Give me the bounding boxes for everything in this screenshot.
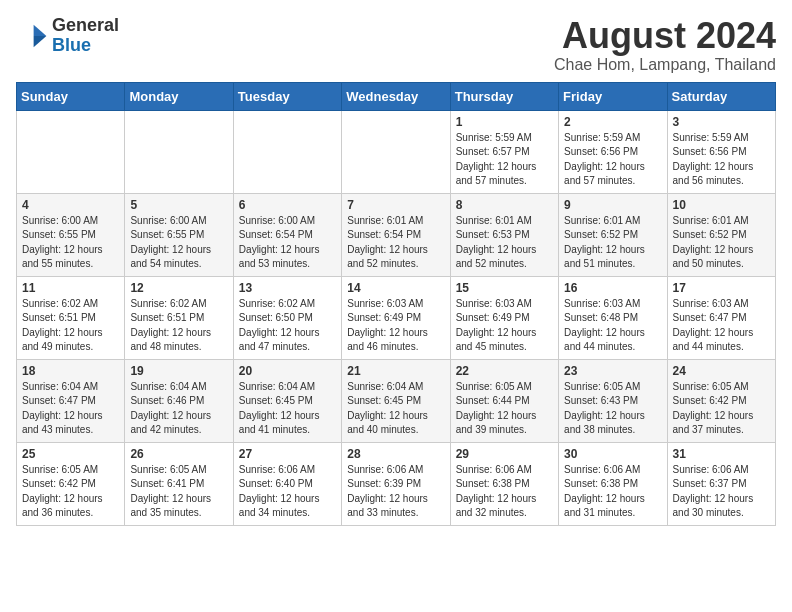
day-info: Sunrise: 6:05 AM Sunset: 6:42 PM Dayligh… (673, 380, 770, 438)
logo-blue: Blue (52, 35, 91, 55)
main-title: August 2024 (554, 16, 776, 56)
calendar-cell: 3Sunrise: 5:59 AM Sunset: 6:56 PM Daylig… (667, 110, 775, 193)
day-number: 30 (564, 447, 661, 461)
day-number: 27 (239, 447, 336, 461)
day-number: 14 (347, 281, 444, 295)
day-info: Sunrise: 6:03 AM Sunset: 6:49 PM Dayligh… (347, 297, 444, 355)
calendar-cell (342, 110, 450, 193)
day-info: Sunrise: 5:59 AM Sunset: 6:56 PM Dayligh… (564, 131, 661, 189)
day-number: 23 (564, 364, 661, 378)
calendar-header-thursday: Thursday (450, 82, 558, 110)
logo-icon (16, 20, 48, 52)
calendar-cell: 30Sunrise: 6:06 AM Sunset: 6:38 PM Dayli… (559, 442, 667, 525)
day-info: Sunrise: 6:05 AM Sunset: 6:41 PM Dayligh… (130, 463, 227, 521)
calendar-cell: 15Sunrise: 6:03 AM Sunset: 6:49 PM Dayli… (450, 276, 558, 359)
calendar-header-friday: Friday (559, 82, 667, 110)
logo-general: General (52, 15, 119, 35)
day-number: 8 (456, 198, 553, 212)
calendar-cell: 12Sunrise: 6:02 AM Sunset: 6:51 PM Dayli… (125, 276, 233, 359)
calendar-cell: 6Sunrise: 6:00 AM Sunset: 6:54 PM Daylig… (233, 193, 341, 276)
day-number: 13 (239, 281, 336, 295)
calendar-cell: 2Sunrise: 5:59 AM Sunset: 6:56 PM Daylig… (559, 110, 667, 193)
calendar-cell: 5Sunrise: 6:00 AM Sunset: 6:55 PM Daylig… (125, 193, 233, 276)
day-number: 26 (130, 447, 227, 461)
day-info: Sunrise: 6:06 AM Sunset: 6:39 PM Dayligh… (347, 463, 444, 521)
calendar-cell: 28Sunrise: 6:06 AM Sunset: 6:39 PM Dayli… (342, 442, 450, 525)
calendar-header-saturday: Saturday (667, 82, 775, 110)
calendar-week-1: 1Sunrise: 5:59 AM Sunset: 6:57 PM Daylig… (17, 110, 776, 193)
calendar-cell: 10Sunrise: 6:01 AM Sunset: 6:52 PM Dayli… (667, 193, 775, 276)
day-number: 12 (130, 281, 227, 295)
day-number: 17 (673, 281, 770, 295)
calendar-cell: 22Sunrise: 6:05 AM Sunset: 6:44 PM Dayli… (450, 359, 558, 442)
calendar-week-2: 4Sunrise: 6:00 AM Sunset: 6:55 PM Daylig… (17, 193, 776, 276)
day-info: Sunrise: 6:04 AM Sunset: 6:46 PM Dayligh… (130, 380, 227, 438)
day-info: Sunrise: 6:01 AM Sunset: 6:53 PM Dayligh… (456, 214, 553, 272)
calendar-header-wednesday: Wednesday (342, 82, 450, 110)
page-header: General Blue August 2024 Chae Hom, Lampa… (16, 16, 776, 74)
svg-marker-1 (34, 36, 47, 47)
calendar-cell (17, 110, 125, 193)
day-number: 6 (239, 198, 336, 212)
calendar-cell: 20Sunrise: 6:04 AM Sunset: 6:45 PM Dayli… (233, 359, 341, 442)
day-number: 20 (239, 364, 336, 378)
calendar-cell (233, 110, 341, 193)
day-info: Sunrise: 6:06 AM Sunset: 6:38 PM Dayligh… (456, 463, 553, 521)
day-number: 18 (22, 364, 119, 378)
calendar-week-3: 11Sunrise: 6:02 AM Sunset: 6:51 PM Dayli… (17, 276, 776, 359)
calendar-cell: 14Sunrise: 6:03 AM Sunset: 6:49 PM Dayli… (342, 276, 450, 359)
calendar-cell: 7Sunrise: 6:01 AM Sunset: 6:54 PM Daylig… (342, 193, 450, 276)
day-info: Sunrise: 6:04 AM Sunset: 6:45 PM Dayligh… (239, 380, 336, 438)
calendar-cell: 17Sunrise: 6:03 AM Sunset: 6:47 PM Dayli… (667, 276, 775, 359)
day-info: Sunrise: 6:05 AM Sunset: 6:44 PM Dayligh… (456, 380, 553, 438)
calendar-table: SundayMondayTuesdayWednesdayThursdayFrid… (16, 82, 776, 526)
day-info: Sunrise: 6:01 AM Sunset: 6:54 PM Dayligh… (347, 214, 444, 272)
calendar-week-5: 25Sunrise: 6:05 AM Sunset: 6:42 PM Dayli… (17, 442, 776, 525)
day-info: Sunrise: 6:00 AM Sunset: 6:55 PM Dayligh… (22, 214, 119, 272)
calendar-week-4: 18Sunrise: 6:04 AM Sunset: 6:47 PM Dayli… (17, 359, 776, 442)
day-number: 11 (22, 281, 119, 295)
day-info: Sunrise: 6:01 AM Sunset: 6:52 PM Dayligh… (673, 214, 770, 272)
calendar-cell: 16Sunrise: 6:03 AM Sunset: 6:48 PM Dayli… (559, 276, 667, 359)
calendar-cell: 21Sunrise: 6:04 AM Sunset: 6:45 PM Dayli… (342, 359, 450, 442)
calendar-cell: 24Sunrise: 6:05 AM Sunset: 6:42 PM Dayli… (667, 359, 775, 442)
day-info: Sunrise: 6:06 AM Sunset: 6:40 PM Dayligh… (239, 463, 336, 521)
day-number: 25 (22, 447, 119, 461)
day-number: 15 (456, 281, 553, 295)
calendar-cell: 25Sunrise: 6:05 AM Sunset: 6:42 PM Dayli… (17, 442, 125, 525)
day-info: Sunrise: 6:04 AM Sunset: 6:47 PM Dayligh… (22, 380, 119, 438)
calendar-cell (125, 110, 233, 193)
day-number: 28 (347, 447, 444, 461)
subtitle: Chae Hom, Lampang, Thailand (554, 56, 776, 74)
calendar-cell: 1Sunrise: 5:59 AM Sunset: 6:57 PM Daylig… (450, 110, 558, 193)
day-info: Sunrise: 6:02 AM Sunset: 6:50 PM Dayligh… (239, 297, 336, 355)
day-info: Sunrise: 6:05 AM Sunset: 6:43 PM Dayligh… (564, 380, 661, 438)
day-info: Sunrise: 6:03 AM Sunset: 6:49 PM Dayligh… (456, 297, 553, 355)
calendar-header-sunday: Sunday (17, 82, 125, 110)
day-number: 31 (673, 447, 770, 461)
logo-text: General Blue (52, 16, 119, 56)
day-number: 5 (130, 198, 227, 212)
day-info: Sunrise: 6:03 AM Sunset: 6:47 PM Dayligh… (673, 297, 770, 355)
day-info: Sunrise: 6:04 AM Sunset: 6:45 PM Dayligh… (347, 380, 444, 438)
day-number: 3 (673, 115, 770, 129)
calendar-cell: 26Sunrise: 6:05 AM Sunset: 6:41 PM Dayli… (125, 442, 233, 525)
day-info: Sunrise: 6:00 AM Sunset: 6:54 PM Dayligh… (239, 214, 336, 272)
calendar-header-row: SundayMondayTuesdayWednesdayThursdayFrid… (17, 82, 776, 110)
calendar-cell: 29Sunrise: 6:06 AM Sunset: 6:38 PM Dayli… (450, 442, 558, 525)
day-number: 2 (564, 115, 661, 129)
logo: General Blue (16, 16, 119, 56)
day-number: 1 (456, 115, 553, 129)
calendar-cell: 8Sunrise: 6:01 AM Sunset: 6:53 PM Daylig… (450, 193, 558, 276)
day-info: Sunrise: 6:06 AM Sunset: 6:37 PM Dayligh… (673, 463, 770, 521)
day-info: Sunrise: 6:01 AM Sunset: 6:52 PM Dayligh… (564, 214, 661, 272)
calendar-header-monday: Monday (125, 82, 233, 110)
calendar-cell: 23Sunrise: 6:05 AM Sunset: 6:43 PM Dayli… (559, 359, 667, 442)
calendar-cell: 18Sunrise: 6:04 AM Sunset: 6:47 PM Dayli… (17, 359, 125, 442)
day-number: 24 (673, 364, 770, 378)
calendar-cell: 4Sunrise: 6:00 AM Sunset: 6:55 PM Daylig… (17, 193, 125, 276)
day-info: Sunrise: 5:59 AM Sunset: 6:57 PM Dayligh… (456, 131, 553, 189)
day-number: 22 (456, 364, 553, 378)
day-number: 19 (130, 364, 227, 378)
day-number: 9 (564, 198, 661, 212)
